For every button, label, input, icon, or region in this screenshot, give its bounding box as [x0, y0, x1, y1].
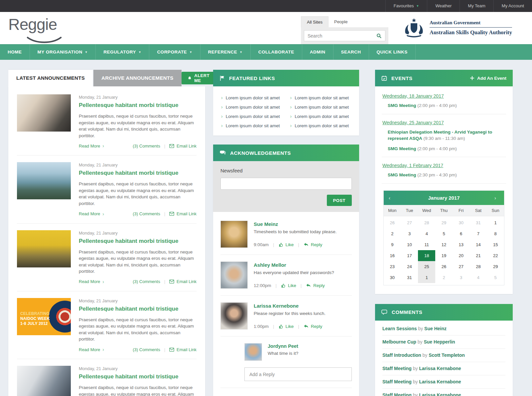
calendar-day[interactable]: 31	[470, 217, 487, 228]
calendar-day[interactable]: 8	[487, 228, 504, 239]
calendar-day[interactable]: 6	[453, 228, 470, 239]
calendar-day[interactable]: 29	[435, 217, 453, 228]
calendar-day[interactable]: 30	[453, 217, 470, 228]
featured-link[interactable]: › Lorem ipsum dolor sit amet	[286, 93, 355, 102]
calendar-day[interactable]: 14	[470, 239, 487, 250]
tab-latest-announcements[interactable]: LATEST ANNOUNCEMENTS	[8, 70, 93, 86]
favourites-menu[interactable]: Favourites▼	[385, 0, 427, 12]
calendar-day[interactable]: 28	[418, 217, 435, 228]
email-link[interactable]: Email Link	[169, 347, 197, 352]
post-author[interactable]: Ashley Mellor	[254, 262, 352, 268]
post-author[interactable]: Larissa Kernebone	[254, 303, 352, 309]
calendar-day[interactable]: 9	[384, 239, 401, 250]
calendar-day[interactable]: 26	[384, 217, 401, 228]
alert-me-button[interactable]: ALERT ME	[182, 72, 217, 84]
event-name[interactable]: SMG Meeting	[388, 172, 416, 177]
tab-archive-announcements[interactable]: ARCHIVE ANNOUNCEMENTS	[93, 70, 182, 86]
nav-quick-links[interactable]: QUICK LINKS	[369, 44, 416, 60]
email-link[interactable]: Email Link	[169, 211, 197, 216]
search-icon[interactable]	[376, 33, 382, 39]
calendar-day[interactable]: 2	[435, 272, 453, 283]
calendar-day[interactable]: 26	[435, 261, 453, 272]
calendar-day[interactable]: 30	[384, 272, 401, 283]
calendar-day[interactable]: 1	[418, 272, 435, 283]
add-event-button[interactable]: Add An Event	[470, 76, 506, 81]
nav-my-organisation[interactable]: MY ORGANISATION▼	[30, 44, 96, 60]
post-author[interactable]: Jordynn Peet	[268, 344, 352, 349]
reggie-logo[interactable]: Reggie	[8, 15, 57, 34]
nav-regulatory[interactable]: REGULATORY▼	[96, 44, 149, 60]
announcement-title[interactable]: Pellentesque habitant morbi tristique	[79, 373, 197, 380]
featured-link[interactable]: › Lorem ipsum dolor sit amet	[286, 112, 355, 121]
calendar-day[interactable]: 13	[453, 239, 470, 250]
calendar-day[interactable]: 24	[401, 261, 418, 272]
nav-admin[interactable]: ADMIN	[302, 44, 333, 60]
calendar-day[interactable]: 20	[453, 250, 470, 261]
calendar-day[interactable]: 5	[487, 272, 504, 283]
comments-link[interactable]: (3) Comments	[133, 279, 160, 284]
nav-corporate[interactable]: CORPORATE▼	[149, 44, 200, 60]
comments-link[interactable]: (3) Comments	[133, 211, 160, 216]
add-reply-input[interactable]	[244, 367, 352, 381]
calendar-day[interactable]: 11	[418, 239, 435, 250]
calendar-day[interactable]: 2	[384, 228, 401, 239]
my-account-link[interactable]: My Account	[493, 0, 532, 12]
calendar-day[interactable]: 29	[487, 261, 504, 272]
calendar-day[interactable]: 21	[470, 250, 487, 261]
calendar-day[interactable]: 23	[384, 261, 401, 272]
announcement-image[interactable]	[17, 94, 71, 132]
event-date-link[interactable]: Wednesday, 1 February 2017	[382, 163, 505, 168]
comments-link[interactable]: (3) Comments	[133, 144, 160, 148]
calendar-day[interactable]: 3	[453, 272, 470, 283]
calendar-day[interactable]: 3	[401, 228, 418, 239]
calendar-day[interactable]: 15	[487, 239, 504, 250]
calendar-day[interactable]: 22	[487, 250, 504, 261]
featured-link[interactable]: › Lorem ipsum dolor sit amet	[286, 121, 355, 130]
tab-all-sites[interactable]: All Sites	[301, 16, 329, 27]
reply-button[interactable]: Reply	[304, 242, 323, 247]
calendar-day[interactable]: 19	[435, 250, 453, 261]
comments-link[interactable]: (3) Comments	[133, 347, 160, 352]
calendar-day[interactable]: 27	[401, 217, 418, 228]
calendar-day[interactable]: 28	[470, 261, 487, 272]
calendar-day[interactable]: 25	[418, 261, 435, 272]
announcement-title[interactable]: Pellentesque habitant morbi tristique	[79, 170, 197, 176]
email-link[interactable]: Email Link	[169, 279, 197, 284]
email-link[interactable]: Email Link	[169, 144, 197, 148]
calendar-day[interactable]: 12	[435, 239, 453, 250]
featured-link[interactable]: › Lorem ipsum dolor sit amet	[217, 93, 286, 102]
announcement-image[interactable]	[17, 162, 71, 199]
comment-item[interactable]: Staff Meeting by Larissa Kernabone	[382, 362, 505, 375]
calendar-day[interactable]: 4	[418, 228, 435, 239]
event-name[interactable]: SMG Meeting	[388, 103, 416, 108]
announcement-title[interactable]: Pellentesque habitant morbi tristique	[79, 102, 197, 109]
comment-item[interactable]: Staff Introduction by Scott Templeton	[382, 349, 505, 362]
announcement-title[interactable]: Pellentesque habitant morbi tristique	[79, 306, 197, 312]
calendar-day[interactable]: 1	[487, 217, 504, 228]
newsfeed-input[interactable]	[220, 178, 352, 190]
announcement-image[interactable]	[17, 366, 71, 396]
calendar-day[interactable]: 16	[384, 250, 401, 261]
calendar-day[interactable]: 31	[401, 272, 418, 283]
announcement-title[interactable]: Pellentesque habitant morbi tristique	[79, 238, 197, 245]
calendar-day[interactable]: 10	[401, 239, 418, 250]
featured-link[interactable]: › Lorem ipsum dolor sit amet	[217, 121, 286, 130]
read-more-link[interactable]: Read More›	[79, 279, 104, 284]
tab-people[interactable]: People	[329, 16, 353, 27]
featured-link[interactable]: › Lorem ipsum dolor sit amet	[286, 102, 355, 112]
announcement-image[interactable]: CELEBRATING NAIDOC WEEK 1-8 JULY 2012	[17, 298, 71, 335]
nav-collaborate[interactable]: COLLABORATE	[251, 44, 302, 60]
weather-link[interactable]: Weather	[427, 0, 460, 12]
search-input[interactable]	[308, 33, 376, 39]
like-button[interactable]: Like	[279, 242, 294, 247]
nav-home[interactable]: HOME	[0, 44, 30, 60]
calendar-day[interactable]: 5	[435, 228, 453, 239]
post-author[interactable]: Sue Meinz	[254, 221, 352, 227]
nav-search[interactable]: SEARCH	[333, 44, 369, 60]
event-name[interactable]: SMG Meeting	[388, 146, 416, 151]
featured-link[interactable]: › Lorem ipsum dolor sit amet	[217, 112, 286, 121]
comment-item[interactable]: Staff Meeting by Larissa Kernabone	[382, 375, 505, 389]
my-team-link[interactable]: My Team	[460, 0, 493, 12]
calendar-day[interactable]: 27	[453, 261, 470, 272]
like-button[interactable]: Like	[279, 324, 294, 329]
